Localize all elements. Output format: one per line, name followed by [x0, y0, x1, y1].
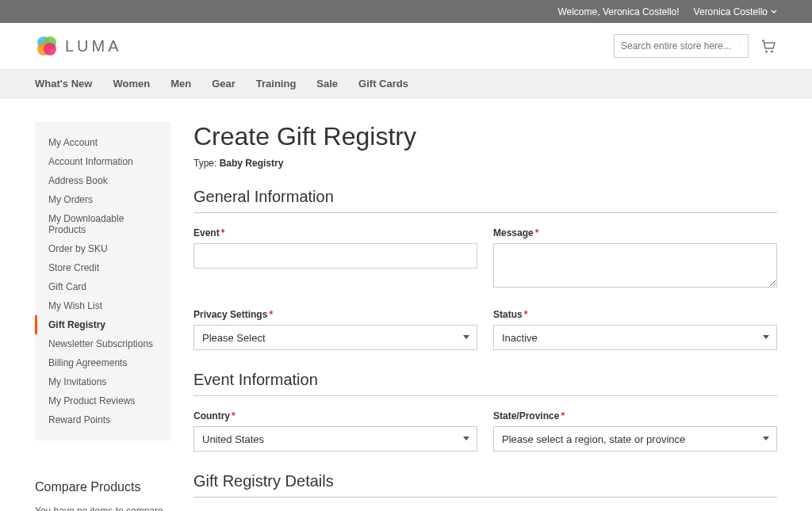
nav-gear[interactable]: Gear — [212, 70, 236, 97]
section-event-title: Event Information — [193, 371, 777, 396]
nav-women[interactable]: Women — [113, 70, 150, 97]
section-general: General Information Event* Message* Priv… — [193, 188, 777, 350]
svg-point-7 — [771, 51, 773, 53]
section-general-title: General Information — [193, 188, 777, 213]
welcome-text: Welcome, Veronica Costello! — [557, 6, 679, 17]
nav-training[interactable]: Training — [256, 70, 297, 97]
svg-point-4 — [740, 45, 741, 46]
top-bar: Welcome, Veronica Costello! Veronica Cos… — [0, 0, 812, 23]
search-icon[interactable] — [740, 40, 741, 51]
sidebar-item-gift-card[interactable]: Gift Card — [35, 277, 171, 296]
privacy-label: Privacy Settings* — [193, 309, 477, 320]
event-label: Event* — [193, 227, 477, 238]
sidebar: My AccountAccount InformationAddress Boo… — [35, 122, 171, 511]
type-value: Baby Registry — [220, 158, 284, 169]
svg-point-3 — [44, 43, 56, 55]
cart-icon[interactable] — [760, 37, 777, 55]
type-line: Type: Baby Registry — [193, 158, 777, 169]
main-nav: What's New Women Men Gear Training Sale … — [0, 69, 812, 98]
sidebar-item-my-product-reviews[interactable]: My Product Reviews — [35, 391, 171, 410]
svg-point-6 — [765, 51, 768, 53]
sidebar-item-reward-points[interactable]: Reward Points — [35, 410, 171, 429]
country-select[interactable]: United States — [193, 426, 477, 452]
nav-gift-cards[interactable]: Gift Cards — [358, 70, 408, 97]
event-input[interactable] — [193, 243, 477, 269]
sidebar-item-account-information[interactable]: Account Information — [35, 152, 171, 171]
chevron-down-icon — [771, 9, 777, 15]
sidebar-item-my-wish-list[interactable]: My Wish List — [35, 296, 171, 315]
logo-text: LUMA — [65, 37, 122, 55]
logo-mark-icon — [35, 34, 59, 58]
message-label: Message* — [493, 227, 777, 238]
main-content: Create Gift Registry Type: Baby Registry… — [193, 122, 777, 511]
page-title: Create Gift Registry — [193, 122, 777, 151]
compare-block: Compare Products You have no items to co… — [35, 480, 171, 511]
header: LUMA — [0, 23, 812, 69]
search-box[interactable] — [614, 34, 749, 58]
privacy-select[interactable]: Please Select — [193, 325, 477, 350]
nav-sale[interactable]: Sale — [316, 70, 338, 97]
account-name: Veronica Costello — [694, 6, 768, 17]
sidebar-nav: My AccountAccount InformationAddress Boo… — [35, 122, 171, 440]
svg-line-5 — [741, 46, 741, 47]
sidebar-item-order-by-sku[interactable]: Order by SKU — [35, 239, 171, 258]
type-label: Type: — [193, 158, 220, 169]
sidebar-item-my-downloadable-products[interactable]: My Downloadable Products — [35, 209, 171, 239]
section-details: Gift Registry Details Baby Gender* Surpr… — [193, 472, 777, 511]
sidebar-item-store-credit[interactable]: Store Credit — [35, 258, 171, 277]
sidebar-item-my-orders[interactable]: My Orders — [35, 190, 171, 209]
sidebar-item-newsletter-subscriptions[interactable]: Newsletter Subscriptions — [35, 334, 171, 353]
status-label: Status* — [493, 309, 777, 320]
logo[interactable]: LUMA — [35, 34, 122, 58]
nav-whats-new[interactable]: What's New — [35, 70, 92, 97]
nav-list: What's New Women Men Gear Training Sale … — [35, 70, 777, 97]
compare-empty: You have no items to compare. — [35, 505, 171, 511]
nav-men[interactable]: Men — [170, 70, 191, 97]
sidebar-item-gift-registry[interactable]: Gift Registry — [35, 315, 171, 334]
status-select[interactable]: Inactive — [493, 325, 777, 350]
sidebar-item-address-book[interactable]: Address Book — [35, 171, 171, 190]
state-select[interactable]: Please select a region, state or provinc… — [493, 426, 777, 452]
compare-title: Compare Products — [35, 480, 171, 494]
sidebar-item-billing-agreements[interactable]: Billing Agreements — [35, 353, 171, 372]
account-dropdown[interactable]: Veronica Costello — [694, 6, 777, 17]
sidebar-item-my-invitations[interactable]: My Invitations — [35, 372, 171, 391]
search-input[interactable] — [621, 40, 740, 51]
message-textarea[interactable] — [493, 243, 777, 288]
country-label: Country* — [193, 410, 477, 421]
sidebar-item-my-account[interactable]: My Account — [35, 133, 171, 152]
section-event: Event Information Country* United States… — [193, 371, 777, 452]
section-details-title: Gift Registry Details — [193, 472, 777, 498]
state-label: State/Province* — [493, 410, 777, 421]
